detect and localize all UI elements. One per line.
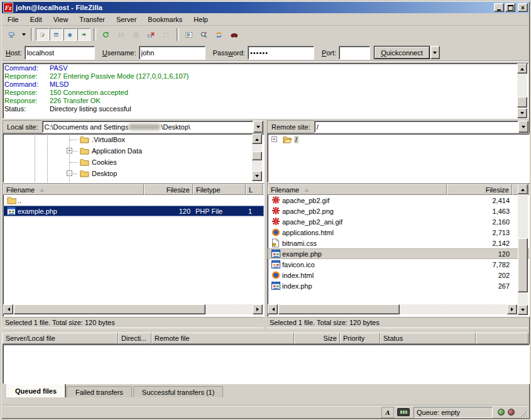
file-row-..[interactable]: .. [3, 195, 264, 206]
data-type-indicator-icon[interactable]: A [381, 407, 394, 418]
quickconnect-dropdown[interactable] [430, 46, 440, 59]
scrollbar-thumb[interactable] [14, 304, 205, 314]
queue-column-size[interactable]: Size [294, 333, 340, 344]
menu-item-edit[interactable]: Edit [25, 14, 48, 25]
quickconnect-button[interactable]: Quickconnect [374, 46, 430, 59]
tree-item-desktop[interactable]: -Desktop [3, 168, 264, 179]
cell: PHP File [193, 206, 246, 216]
menu-item-view[interactable]: View [48, 14, 74, 25]
toggle-remote-tree-icon[interactable] [63, 28, 77, 41]
scroll-down-icon[interactable] [252, 171, 262, 181]
tree-item-root[interactable]: +/ [268, 134, 529, 145]
minimize-button[interactable] [494, 3, 504, 12]
remote-path-combobox[interactable]: / [314, 121, 518, 133]
column-header-filename[interactable]: Filename [268, 184, 447, 195]
scroll-down-icon[interactable] [518, 305, 528, 315]
expand-icon[interactable]: + [271, 136, 277, 142]
sort-ascending-icon [304, 186, 309, 192]
file-row-applications.html[interactable]: applications.html2,713 [268, 227, 529, 238]
column-header-filesize[interactable]: Filesize [447, 184, 512, 195]
file-row-apache-pb2-ani.gif[interactable]: apache_pb2_ani.gif2,160 [268, 216, 529, 227]
scrollbar-thumb[interactable] [252, 152, 262, 160]
find-files-icon[interactable] [227, 28, 241, 41]
scrollbar-thumb[interactable] [517, 97, 527, 108]
expand-icon[interactable]: + [67, 148, 72, 153]
toggle-local-tree-icon[interactable] [50, 28, 63, 41]
local-path-combobox[interactable]: C:\Documents and Settings\Desktop\ [42, 121, 253, 133]
file-row-index.php[interactable]: index.php267 [268, 280, 529, 291]
close-button[interactable]: × [518, 3, 528, 12]
tab-failed-transfers[interactable]: Failed transfers [67, 386, 132, 397]
menu-item-file[interactable]: File [2, 14, 25, 25]
menu-item-server[interactable]: Server [111, 14, 142, 25]
local-site-bar: Local site: C:\Documents and Settings\De… [3, 120, 263, 133]
synchronized-browsing-icon[interactable] [212, 28, 226, 41]
file-row-bitnami.css[interactable]: bitnami.css2,142 [268, 238, 529, 248]
column-header-filename[interactable]: Filename [3, 184, 144, 195]
menu-item-bookmarks[interactable]: Bookmarks [142, 14, 188, 25]
tree-item--virtualbox[interactable]: .VirtualBox [3, 134, 264, 145]
column-header-l[interactable]: L [246, 184, 263, 195]
column-header-filetype[interactable]: Filetype [193, 184, 246, 195]
username-input[interactable] [139, 46, 205, 60]
toggle-queue-icon[interactable] [77, 28, 90, 41]
remote-vertical-scrollbar[interactable] [518, 184, 528, 315]
compare-directories-icon[interactable] [197, 28, 211, 41]
password-input[interactable] [248, 46, 314, 60]
scroll-left-icon[interactable] [3, 304, 13, 314]
scroll-left-icon[interactable] [268, 304, 278, 314]
reconnect-icon [159, 28, 173, 41]
scroll-right-icon[interactable] [253, 304, 263, 314]
log-scrollbar[interactable] [517, 64, 527, 118]
site-manager-dropdown[interactable] [19, 28, 28, 41]
port-input[interactable] [339, 46, 370, 60]
local-path-dropdown[interactable] [253, 121, 263, 133]
queue-column-priority[interactable]: Priority [340, 333, 380, 344]
host-input[interactable] [25, 46, 95, 60]
scroll-right-icon[interactable] [507, 304, 517, 314]
resize-grip[interactable] [519, 409, 528, 418]
tab-successful-transfers-1-[interactable]: Successful transfers (1) [133, 386, 224, 397]
queue-column-directi-[interactable]: Directi... [118, 333, 151, 344]
tree-item-application-data[interactable]: +Application Data [3, 145, 264, 157]
refresh-icon[interactable] [99, 28, 113, 41]
file-row-apache-pb2.gif[interactable]: apache_pb2.gif2,414 [268, 195, 529, 206]
queue-column-status[interactable]: Status [380, 333, 476, 344]
tab-queued-files[interactable]: Queued files [6, 384, 65, 397]
column-header-filesize[interactable]: Filesize [144, 184, 193, 195]
file-row-apache-pb2.png[interactable]: apache_pb2.png1,463 [268, 206, 529, 216]
file-row-example.php[interactable]: example.php120 [268, 248, 529, 259]
cell: favicon.ico [268, 259, 447, 270]
file-row-example.php[interactable]: example.php120PHP File1 [3, 206, 264, 216]
scrollbar-thumb[interactable] [278, 304, 400, 314]
scroll-down-icon[interactable] [517, 108, 527, 118]
collapse-icon[interactable]: - [67, 170, 72, 176]
local-horizontal-scrollbar[interactable] [3, 304, 263, 314]
scrollbar-thumb[interactable] [518, 238, 528, 292]
queue-column-server-local-file[interactable]: Server/Local file [3, 333, 118, 344]
local-site-label: Local site: [3, 120, 42, 133]
local-tree-scrollbar[interactable] [252, 134, 262, 181]
speed-limit-icon[interactable] [397, 408, 410, 416]
file-row-index.html[interactable]: index.html202 [268, 270, 529, 280]
maximize-button[interactable] [505, 3, 515, 12]
toggle-message-log-icon[interactable] [36, 28, 49, 41]
log-line: Status:Directory listing successful [4, 105, 527, 113]
queue-column-remote-file[interactable]: Remote file [151, 333, 294, 344]
menu-item-transfer[interactable]: Transfer [74, 14, 111, 25]
site-manager-icon[interactable] [4, 28, 19, 41]
cell: 2,713 [447, 227, 512, 238]
tree-item-cookies[interactable]: Cookies [3, 157, 264, 168]
file-row-favicon.ico[interactable]: favicon.ico7,782 [268, 259, 529, 270]
scroll-up-icon[interactable] [518, 184, 528, 194]
menu-item-help[interactable]: Help [188, 14, 214, 25]
site-manager-icon [8, 30, 15, 40]
remote-path-dropdown[interactable] [518, 121, 528, 133]
directory-filters-icon[interactable] [182, 28, 196, 41]
folder [79, 169, 89, 178]
scroll-up-icon[interactable] [252, 134, 262, 144]
scroll-up-icon[interactable] [517, 64, 527, 74]
disconnect-icon[interactable] [144, 28, 158, 41]
remote-horizontal-scrollbar[interactable] [268, 304, 517, 314]
port-label: Port: [322, 49, 336, 57]
